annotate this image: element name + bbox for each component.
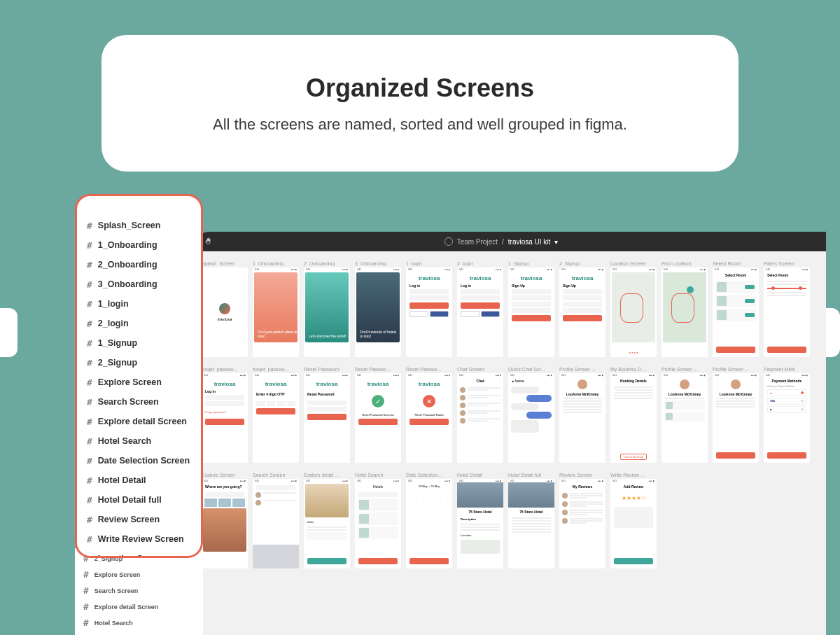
frame-ob[interactable]: 2_Onboarding9:41●●● ▮Let's discover the …: [304, 261, 350, 357]
frame-icon: #: [87, 436, 92, 447]
layer-label: 1_Onboarding: [98, 240, 158, 250]
frame-filters[interactable]: Filters Screen9:41●●● ▮Select Room: [764, 261, 810, 357]
frame-payment[interactable]: Payment Meth9:41●●● ▮Payment MethodsSele…: [764, 367, 810, 463]
frame-label: Reset Password: [304, 367, 350, 372]
layer-item[interactable]: #3_Onboarding: [87, 274, 191, 294]
user-avatar-icon[interactable]: [444, 237, 453, 246]
layer-item[interactable]: #2_login: [87, 314, 191, 333]
file-name[interactable]: traviosa UI kit: [508, 238, 551, 246]
layer-item[interactable]: #Hotel Detail full: [87, 490, 191, 510]
frame-icon: #: [83, 617, 89, 628]
frame-icon: #: [87, 534, 92, 545]
figma-toolbar: Team Project / traviosa UI kit ▾: [196, 232, 826, 251]
frame-forgot1[interactable]: forget_passwo...9:41●●● ▮traviosaLog inF…: [202, 367, 248, 463]
layer-item[interactable]: #Splash_Screen: [87, 216, 191, 235]
screen-preview: 9:41●●● ▮Add Review★★★★☆: [610, 479, 657, 568]
layer-item[interactable]: #Explore detail Screen: [83, 599, 195, 615]
frame-chat[interactable]: Quick Chat Scr...9:41●●● ▮● Name: [508, 367, 554, 463]
frame-hoteldetail[interactable]: Hotel Detail9:41●●● ▮75 Stars HotelDescr…: [457, 473, 503, 568]
layer-item[interactable]: #1_Onboarding: [87, 235, 191, 255]
frame-label: Select Room: [713, 261, 759, 266]
layer-label: Hotel Search: [98, 436, 151, 446]
frame-hoteldetailfull[interactable]: Hotel Detail full9:41●●● ▮75 Stars Hotel: [508, 473, 554, 568]
layer-item[interactable]: #1_Signup: [87, 333, 191, 353]
layer-label: 1_Signup: [98, 338, 137, 348]
frame-label: Reset Passwo...: [406, 367, 452, 372]
layer-item[interactable]: #2_Onboarding: [87, 255, 191, 274]
screen-preview: 9:41●●● ▮LouAnne McKinney: [662, 373, 708, 463]
frame-search[interactable]: Search Screen9:41●●● ▮: [253, 473, 299, 568]
frame-location[interactable]: Location Screen9:41●●● ▮● ● ● ●: [610, 261, 657, 357]
frame-reset1[interactable]: Reset Password9:41●●● ▮traviosaReset Pas…: [304, 367, 350, 463]
figma-canvas[interactable]: Splash_Screentraviosa1_Onboarding9:41●●●…: [196, 251, 826, 635]
frame-profile3[interactable]: Profile Screen ...9:41●●● ▮LouAnne McKin…: [713, 367, 759, 463]
frame-label: Payment Meth: [764, 367, 810, 372]
layer-label: Hotel Detail: [98, 475, 146, 485]
screen-preview: 9:41●●● ▮: [662, 267, 708, 357]
frame-label: Splash_Screen: [202, 261, 248, 266]
screen-preview: 9:41●●● ▮traviosaEnter 4 digit OTP: [253, 373, 299, 463]
frame-label: Quick Chat Scr...: [508, 367, 554, 372]
frame-review[interactable]: Review Screen9:41●●● ▮My Reviews: [559, 473, 606, 568]
frame-ob[interactable]: 3_Onboarding9:41●●● ▮Find hundreds of ho…: [355, 261, 401, 357]
layer-item[interactable]: #Explore Screen: [87, 372, 191, 392]
frame-login2[interactable]: 2_login9:41●●● ▮traviosaLog in: [457, 261, 503, 357]
frame-forgot2[interactable]: forget_passwo...9:41●●● ▮traviosaEnter 4…: [253, 367, 299, 463]
frame-icon: #: [87, 475, 92, 486]
layer-item[interactable]: #1_login: [87, 294, 191, 314]
layer-item[interactable]: #Write Review Screen: [87, 529, 191, 549]
frame-icon: #: [83, 601, 89, 612]
layer-item[interactable]: #Hotel Search: [83, 615, 195, 631]
layer-label: Explore detail Screen: [94, 603, 159, 610]
layer-item[interactable]: #Date Selection Screen: [83, 631, 195, 635]
frame-label: Chat Screen: [457, 367, 503, 372]
frame-exploredetail[interactable]: Explore detail ...9:41●●● ▮India: [304, 473, 350, 568]
frame-label: Hotel Search: [355, 473, 401, 477]
screen-preview: 9:41●●● ▮● ● ● ●: [610, 267, 657, 357]
frame-chatlist[interactable]: Chat Screen9:41●●● ▮Chat: [457, 367, 503, 463]
frame-label: 1_Onboarding: [253, 261, 299, 266]
frame-ob[interactable]: 1_Onboarding9:41●●● ▮Find your perfect p…: [253, 261, 299, 357]
layer-item[interactable]: #Hotel Search: [87, 431, 191, 451]
frame-reset_ok[interactable]: Reset Passwo...9:41●●● ▮traviosa✓Reset P…: [355, 367, 401, 463]
frame-profile[interactable]: Profile Screen ...9:41●●● ▮LouAnne McKin…: [559, 367, 606, 463]
layer-item[interactable]: #2_Signup: [87, 353, 191, 372]
project-name[interactable]: Team Project: [457, 238, 498, 246]
frame-profile2[interactable]: Profile Screen ...9:41●●● ▮LouAnne McKin…: [662, 367, 708, 463]
frame-explore[interactable]: Explore Screen9:41●●● ▮Where are you goi…: [202, 473, 248, 568]
screen-preview: 9:41●●● ▮: [253, 479, 299, 568]
frame-signup1[interactable]: 1_Signup9:41●●● ▮traviosaSign Up: [508, 261, 554, 357]
frame-login1[interactable]: 1_login9:41●●● ▮traviosaLog in: [406, 261, 452, 357]
layer-item[interactable]: #Search Screen: [83, 582, 195, 599]
hero-subtitle: All the screens are named, sorted and we…: [213, 116, 627, 134]
layer-item[interactable]: #Date Selection Screen: [87, 451, 191, 470]
breadcrumb-divider: /: [502, 238, 504, 246]
layer-label: 2_Onboarding: [98, 260, 158, 270]
layer-item[interactable]: #Review Screen: [87, 510, 191, 529]
frame-hotelsearch[interactable]: Hotel Search9:41●●● ▮Hotels: [355, 473, 401, 568]
layer-item[interactable]: #Location Screen: [87, 549, 191, 558]
frame-icon: #: [87, 319, 92, 329]
layer-item[interactable]: #Explore Screen: [83, 566, 195, 582]
layer-item[interactable]: #Search Screen: [87, 392, 191, 412]
chevron-down-icon[interactable]: ▾: [554, 238, 558, 246]
layer-item[interactable]: #Explore detail Screen: [87, 412, 191, 431]
screen-preview: 9:41●●● ▮LouAnne McKinney: [713, 373, 759, 463]
layer-label: Write Review Screen: [98, 534, 184, 544]
frame-booking[interactable]: My Booking D...9:41●●● ▮Booking DetailsC…: [610, 367, 657, 463]
frame-writereview[interactable]: Write Review ...9:41●●● ▮Add Review★★★★☆: [610, 473, 657, 568]
hand-tool-icon[interactable]: [204, 237, 213, 246]
frame-selectroom[interactable]: Select Room9:41●●● ▮Select Room: [713, 261, 759, 357]
layer-item[interactable]: #Hotel Detail: [87, 470, 191, 490]
layer-label: 2_Signup: [98, 358, 137, 368]
layer-label: Explore Screen: [94, 571, 141, 578]
frame-dateselect[interactable]: Date Selection...9:41●●● ▮20 May – 29 Ma…: [406, 473, 452, 568]
layer-label: Explore detail Screen: [98, 417, 187, 426]
frame-label: 3_Onboarding: [355, 261, 401, 266]
frame-reset_fail[interactable]: Reset Passwo...9:41●●● ▮traviosa✕Reset P…: [406, 367, 452, 463]
frame-label: Profile Screen ...: [662, 367, 708, 372]
screen-preview: 9:41●●● ▮India: [304, 479, 350, 568]
frame-signup2[interactable]: 2_Signup9:41●●● ▮traviosaSign Up: [559, 261, 606, 357]
frame-splash[interactable]: Splash_Screentraviosa: [202, 261, 248, 357]
frame-findloc[interactable]: Find Location9:41●●● ▮: [662, 261, 708, 357]
